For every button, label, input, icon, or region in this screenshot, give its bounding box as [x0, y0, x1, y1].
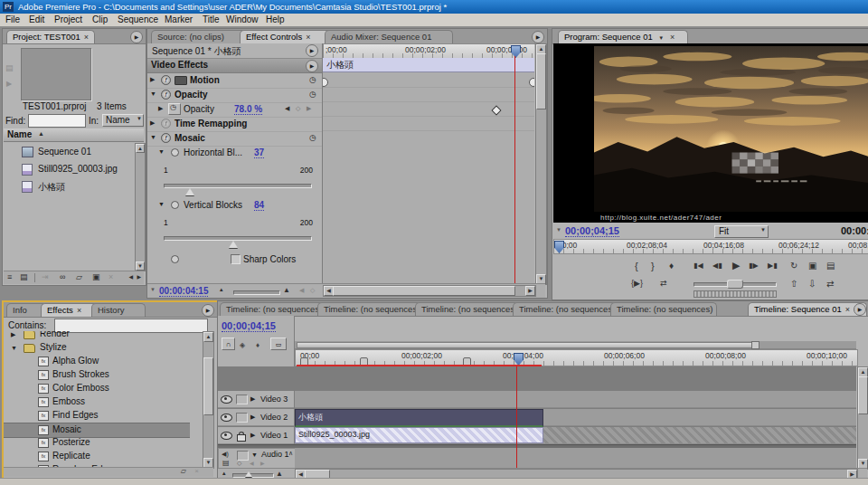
- close-icon[interactable]: ×: [84, 33, 89, 42]
- menu-file[interactable]: File: [5, 14, 20, 24]
- menu-project[interactable]: Project: [54, 14, 82, 24]
- effect-row-mosaic[interactable]: ▼ f Mosaic ◷: [147, 131, 322, 147]
- add-marker-button[interactable]: ♦: [669, 261, 674, 271]
- chevron-down-icon[interactable]: ▼: [760, 227, 766, 233]
- toggle-animation-icon[interactable]: [171, 201, 179, 209]
- next-keyframe-button[interactable]: ▶: [307, 105, 311, 112]
- add-keyframe-button[interactable]: ◇: [310, 287, 315, 294]
- work-area-end-handle[interactable]: [751, 341, 760, 349]
- clip-video1[interactable]: Still0925_00003.jpg: [295, 427, 543, 443]
- timeline-vertical-scrollbar[interactable]: ▲ ▼: [857, 366, 868, 470]
- set-in-button[interactable]: {: [635, 261, 638, 271]
- property-row-sharp-colors[interactable]: Sharp Colors: [147, 252, 322, 267]
- track-lock-toggle[interactable]: [236, 395, 248, 404]
- ec-horizontal-scrollbar[interactable]: ◀ ▶: [323, 285, 536, 297]
- section-collapse-button[interactable]: ▶: [306, 60, 318, 72]
- safe-margins-button[interactable]: ▣: [808, 261, 816, 271]
- sharp-colors-checkbox[interactable]: [231, 254, 241, 264]
- close-icon[interactable]: ×: [670, 33, 675, 42]
- property-row-vertical-blocks[interactable]: ▼ Vertical Blocks 84: [147, 198, 322, 213]
- set-encore-chapter-marker-button[interactable]: ◈: [240, 339, 245, 349]
- panel-menu-button[interactable]: ▶: [130, 31, 143, 43]
- property-row-horizontal-blocks[interactable]: ▼ Horizontal Bl... 37: [147, 146, 322, 160]
- ec-timecode[interactable]: 00:00:04:15: [159, 286, 208, 297]
- twirl-icon[interactable]: ▼: [150, 134, 158, 140]
- close-icon[interactable]: ×: [77, 306, 81, 315]
- tab-effect-controls[interactable]: Effect Controls×: [240, 30, 334, 43]
- menu-marker[interactable]: Marker: [165, 14, 193, 24]
- extract-button[interactable]: ⇩: [808, 279, 816, 289]
- slider-track[interactable]: [164, 236, 312, 241]
- find-input[interactable]: [28, 114, 86, 128]
- scroll-up-arrow[interactable]: ▲: [203, 332, 213, 342]
- close-icon[interactable]: ×: [306, 33, 310, 42]
- effect-enabled-icon[interactable]: f: [161, 133, 171, 143]
- fit-dropdown[interactable]: Fit ▼: [714, 225, 769, 238]
- new-item-button[interactable]: ▣: [92, 272, 100, 281]
- stopwatch-icon[interactable]: ◷: [309, 90, 316, 99]
- project-scrollbar[interactable]: ▲ ▼: [135, 143, 146, 271]
- tab-timeline-3[interactable]: Timeline: (no sequences): [415, 302, 522, 316]
- panel-menu-button[interactable]: ▶: [532, 31, 544, 43]
- twirl-icon[interactable]: ▶: [250, 414, 259, 421]
- menu-edit[interactable]: Edit: [29, 14, 44, 24]
- ec-clip-bar[interactable]: 小格頭: [323, 58, 534, 72]
- play-in-to-out-button[interactable]: {▶}: [631, 279, 643, 288]
- twirl-icon[interactable]: ▼: [158, 201, 166, 207]
- menu-help[interactable]: Help: [266, 14, 285, 24]
- horizontal-blocks-value[interactable]: 37: [254, 147, 264, 158]
- effect-item[interactable]: fx Color Emboss: [4, 382, 190, 395]
- project-item-row[interactable]: Sequence 01: [4, 143, 134, 160]
- ec-time-ruler[interactable]: ;00;00 00;00;02;00 00;00;04;00: [323, 43, 534, 59]
- zoom-in-icon[interactable]: ▲: [276, 470, 283, 478]
- ec-zoom-slider[interactable]: [233, 290, 280, 295]
- effects-folder-render[interactable]: ▶ Render: [4, 331, 190, 341]
- collapse-track-icon[interactable]: ∧: [288, 450, 293, 457]
- effect-item[interactable]: fx Alpha Glow: [4, 355, 190, 368]
- export-frame-button[interactable]: ⇄: [826, 279, 834, 289]
- eye-icon[interactable]: [221, 395, 232, 404]
- close-icon[interactable]: ×: [845, 305, 850, 314]
- prev-keyframe-button[interactable]: ◀: [299, 287, 304, 294]
- program-time-ruler[interactable]: 00;00 00;02;08;04 00;04;16;08 00;06;24;1…: [553, 239, 868, 254]
- effect-item[interactable]: fx Find Edges: [4, 409, 190, 423]
- playhead-line[interactable]: [516, 366, 517, 468]
- toggle-sync-lock-button[interactable]: ▭: [270, 338, 287, 350]
- twirl-icon[interactable]: ▶: [250, 432, 259, 439]
- chevron-down-icon[interactable]: ▼: [658, 35, 664, 41]
- scroll-thumb[interactable]: [203, 357, 213, 415]
- twirl-icon[interactable]: ▼: [158, 148, 166, 155]
- opacity-value[interactable]: 78.0 %: [234, 104, 262, 115]
- loop-button[interactable]: ↻: [790, 261, 797, 271]
- new-custom-bin-button[interactable]: ▱: [181, 467, 186, 475]
- delete-custom-item-button[interactable]: ×: [194, 467, 199, 475]
- menu-title[interactable]: Title: [203, 14, 220, 24]
- play-preview-icon[interactable]: ▶: [6, 80, 12, 88]
- twirl-icon[interactable]: ▶: [11, 331, 19, 338]
- effect-item[interactable]: fx Posterize: [4, 436, 190, 450]
- project-column-header[interactable]: Name ▲: [4, 128, 144, 142]
- effects-scrollbar[interactable]: ▲ ▼: [203, 331, 214, 469]
- clip-out-keyframe-icon[interactable]: [529, 78, 534, 87]
- program-timecode[interactable]: 00;00;04;15: [565, 225, 619, 237]
- jog-disk[interactable]: [693, 290, 777, 298]
- playhead-line[interactable]: [514, 56, 515, 283]
- automate-to-sequence-button[interactable]: ⇥: [42, 272, 49, 281]
- play-button[interactable]: ▶: [732, 260, 740, 271]
- shuttle-handle[interactable]: [727, 280, 743, 289]
- slider-handle[interactable]: [229, 241, 238, 248]
- slider-handle[interactable]: [245, 471, 252, 477]
- effect-enabled-icon[interactable]: f: [161, 75, 171, 85]
- panel-menu-button[interactable]: ▶: [854, 303, 866, 316]
- scroll-left-icon[interactable]: ◀: [128, 273, 133, 280]
- effect-row-motion[interactable]: ▶ f Motion ◷: [147, 73, 322, 89]
- zoom-in-icon[interactable]: ▲: [283, 286, 290, 294]
- scroll-up-arrow[interactable]: ▲: [136, 144, 145, 153]
- vertical-blocks-value[interactable]: 84: [254, 200, 264, 211]
- twirl-icon[interactable]: ▼: [150, 90, 158, 97]
- chevron-down-icon[interactable]: ▼: [137, 116, 142, 121]
- zoom-out-icon[interactable]: ▴: [220, 286, 223, 293]
- scroll-down-arrow[interactable]: ▼: [136, 262, 145, 271]
- effect-enabled-icon[interactable]: f: [161, 90, 171, 100]
- tab-timeline-2[interactable]: Timeline: (no sequences): [317, 302, 424, 316]
